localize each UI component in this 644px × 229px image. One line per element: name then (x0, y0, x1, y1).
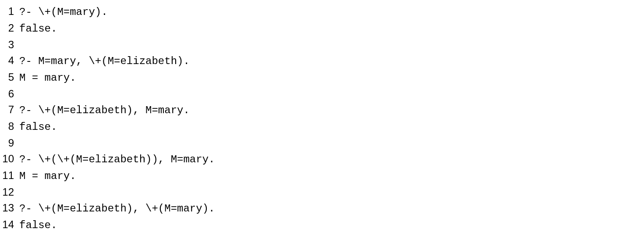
code-line: 11 M = mary. (0, 168, 644, 184)
line-number: 8 (0, 118, 19, 134)
line-content: false. (19, 21, 57, 37)
line-content: ?- \+(M=mary). (19, 4, 108, 20)
line-content: M = mary. (19, 70, 76, 86)
line-content: false. (19, 218, 57, 229)
code-line: 13 ?- \+(M=elizabeth), \+(M=mary). (0, 200, 644, 217)
code-line: 2 false. (0, 20, 644, 37)
line-number: 4 (0, 53, 19, 68)
line-content: M = mary. (19, 168, 76, 184)
code-line: 1 ?- \+(M=mary). (0, 4, 644, 20)
line-number: 6 (0, 86, 19, 102)
line-number: 5 (0, 69, 19, 85)
line-content: ?- \+(\+(M=elizabeth)), M=mary. (19, 152, 215, 168)
line-content: ?- \+(M=elizabeth), M=mary. (19, 103, 190, 118)
code-line: 10 ?- \+(\+(M=elizabeth)), M=mary. (0, 151, 644, 168)
line-content: ?- M=mary, \+(M=elizabeth). (19, 54, 190, 69)
code-line: 7 ?- \+(M=elizabeth), M=mary. (0, 102, 644, 118)
line-number: 9 (0, 135, 19, 151)
line-number: 2 (0, 20, 19, 36)
line-number: 7 (0, 102, 19, 118)
code-line: 9 (0, 135, 644, 151)
line-content: ?- \+(M=elizabeth), \+(M=mary). (19, 201, 215, 217)
line-number: 11 (0, 168, 19, 183)
code-line: 6 (0, 86, 644, 102)
code-line: 4 ?- M=mary, \+(M=elizabeth). (0, 53, 644, 69)
line-number: 13 (0, 200, 19, 216)
line-number: 12 (0, 184, 19, 200)
code-line: 14 false. (0, 217, 644, 229)
line-number: 14 (0, 217, 19, 229)
code-line: 3 (0, 37, 644, 53)
code-line: 8 false. (0, 118, 644, 135)
line-number: 1 (0, 4, 19, 19)
code-line: 12 (0, 184, 644, 200)
line-content: false. (19, 119, 57, 135)
line-number: 10 (0, 151, 19, 167)
line-number: 3 (0, 37, 19, 53)
code-line: 5 M = mary. (0, 69, 644, 86)
code-listing: 1 ?- \+(M=mary). 2 false. 3 4 ?- M=mary,… (0, 4, 644, 229)
